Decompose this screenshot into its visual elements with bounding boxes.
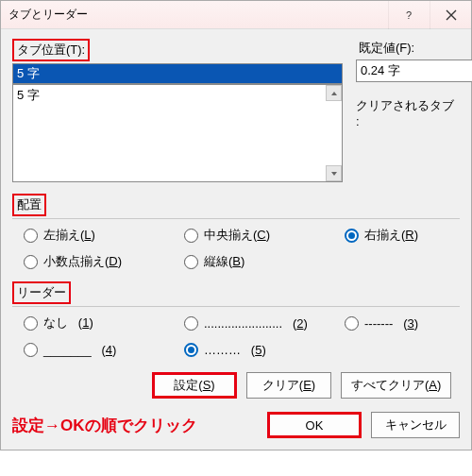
separator [12, 306, 460, 307]
alignment-group: 左揃え(L)中央揃え(C)右揃え(R)小数点揃え(D)縦線(B) [12, 227, 460, 270]
leader-radio-5[interactable]: ……… (5) [184, 343, 345, 357]
leader-radio-4[interactable]: _______ (4) [24, 343, 184, 357]
set-button[interactable]: 設定(S) [152, 372, 237, 399]
leader-radio-2[interactable]: ....................... (2) [184, 314, 345, 332]
default-input[interactable] [356, 60, 472, 82]
ok-button[interactable]: OK [267, 412, 362, 438]
clear-button[interactable]: クリア(E) [246, 372, 331, 399]
align-radio-decimal[interactable]: 小数点揃え(D) [24, 253, 184, 270]
align-radio-bar[interactable]: 縦線(B) [184, 253, 345, 270]
leader-radio-1[interactable]: なし (1) [24, 314, 184, 332]
cleared-tabs-label: クリアされるタブ : [356, 97, 460, 128]
tab-position-list[interactable]: 5 字 [12, 84, 343, 182]
titlebar: タブとリーダー ? [1, 1, 471, 29]
default-spinner[interactable] [356, 60, 460, 82]
dialog-body: タブ位置(T): 5 字 既定値(F): [1, 29, 471, 450]
leader-heading: リーダー [12, 281, 71, 304]
svg-text:?: ? [406, 9, 412, 21]
leader-radio-3[interactable]: ------- (3) [345, 314, 460, 332]
dialog-title: タブとリーダー [1, 7, 388, 23]
list-item[interactable]: 5 字 [17, 87, 338, 104]
tab-position-input[interactable] [12, 63, 343, 84]
default-label: 既定値(F): [356, 39, 417, 58]
close-icon[interactable] [430, 1, 471, 29]
cancel-button[interactable]: キャンセル [371, 412, 460, 438]
align-radio-right[interactable]: 右揃え(R) [345, 227, 460, 244]
separator [12, 218, 460, 219]
alignment-heading: 配置 [12, 194, 46, 216]
scroll-up-button[interactable] [326, 85, 342, 101]
annotation-text: 設定→OKの順でクリック [12, 415, 258, 436]
clear-all-button[interactable]: すべてクリア(A) [341, 372, 451, 399]
align-radio-left[interactable]: 左揃え(L) [24, 227, 184, 244]
tab-position-label: タブ位置(T): [12, 39, 90, 61]
help-button[interactable]: ? [388, 1, 430, 29]
tabs-dialog: タブとリーダー ? タブ位置(T): 5 字 [0, 0, 472, 450]
scroll-down-button[interactable] [326, 165, 342, 181]
leader-group: なし (1)....................... (2)-------… [12, 314, 460, 357]
align-radio-center[interactable]: 中央揃え(C) [184, 227, 345, 244]
